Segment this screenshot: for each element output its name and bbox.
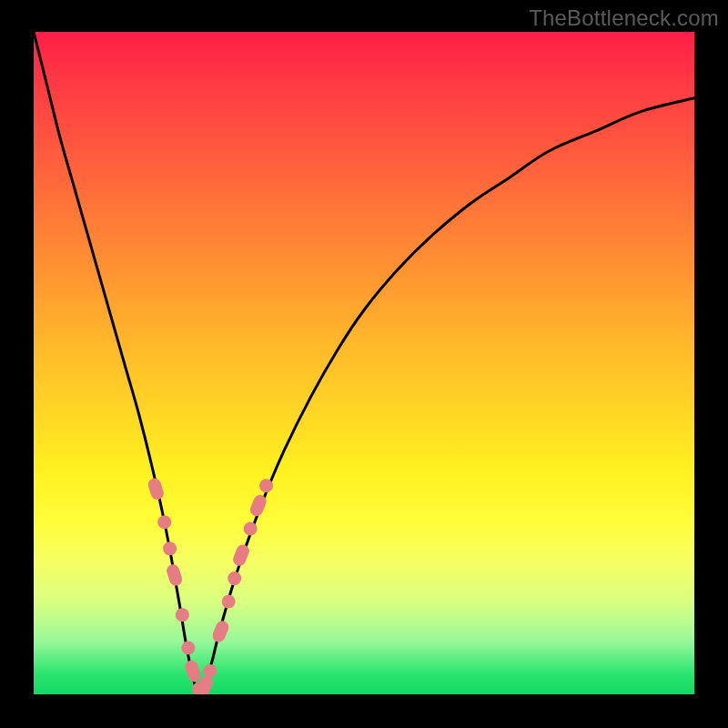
marker-dot	[181, 642, 195, 655]
marker-capsule	[165, 562, 184, 587]
bottleneck-curve	[34, 32, 694, 694]
marker-dot	[176, 608, 189, 622]
marker-dot	[157, 515, 171, 529]
marker-dot	[163, 541, 177, 555]
watermark-text: TheBottleneck.com	[529, 5, 719, 31]
plot-area	[34, 32, 694, 694]
marker-capsule	[210, 619, 230, 643]
marker-capsule	[147, 477, 166, 501]
marker-dot	[228, 571, 241, 585]
chart-frame: TheBottleneck.com	[0, 0, 728, 728]
marker-capsule	[184, 659, 203, 683]
plot-svg	[34, 32, 694, 694]
marker-dot	[244, 522, 258, 536]
marker-dot	[222, 595, 236, 609]
marker-capsule	[231, 542, 251, 567]
marker-dot	[203, 664, 217, 678]
marker-dot	[259, 479, 273, 492]
